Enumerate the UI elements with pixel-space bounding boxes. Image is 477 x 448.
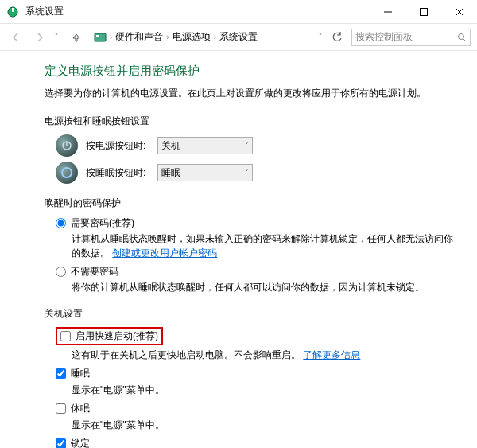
row-power-button: 按电源按钮时: 关机 ˅ [56,134,458,157]
checkbox-sleep-label: 睡眠 [71,367,90,380]
chevron-down-icon: ˅ [245,169,249,177]
power-button-label: 按电源按钮时: [86,139,157,153]
checkbox-sleep-input[interactable] [56,368,66,379]
checkbox-sleep[interactable]: 睡眠 [56,367,458,380]
breadcrumb[interactable]: › 硬件和声音 › 电源选项 › 系统设置 [91,30,313,44]
minimize-button[interactable] [370,0,405,24]
create-password-link[interactable]: 创建或更改用户帐户密码 [112,247,217,259]
sleep-button-value: 睡眠 [161,166,180,180]
sleep-button-icon [56,162,78,184]
fast-startup-desc: 这有助于在关机之后更快地启动电脑。不会影响重启。 了解更多信息 [72,349,458,362]
power-button-value: 关机 [161,139,180,153]
section-shutdown: 关机设置 [45,307,458,321]
section-wakeup: 唤醒时的密码保护 [45,197,458,210]
checkbox-lock-input[interactable] [56,438,66,448]
power-options-icon [6,6,19,18]
sleep-desc: 显示在"电源"菜单中。 [72,384,458,397]
checkbox-hibernate-input[interactable] [56,403,66,414]
radio-no-password[interactable]: 不需要密码 [56,265,458,279]
require-password-desc: 计算机从睡眠状态唤醒时，如果未输入正确的密码来解除计算机锁定，任何人都无法访问你… [72,232,458,260]
wakeup-radio-group: 需要密码(推荐) 计算机从睡眠状态唤醒时，如果未输入正确的密码来解除计算机锁定，… [56,216,458,294]
chevron-right-icon: › [110,33,112,41]
radio-require-password-label: 需要密码(推荐) [71,216,134,230]
up-button[interactable] [67,28,86,47]
back-button[interactable] [6,28,25,47]
refresh-button[interactable] [328,28,347,47]
shutdown-settings: 启用快速启动(推荐) 这有助于在关机之后更快地启动电脑。不会影响重启。 了解更多… [56,327,458,448]
maximize-button[interactable] [405,0,441,24]
power-button-select[interactable]: 关机 ˅ [157,137,253,154]
checkbox-fast-startup-label: 启用快速启动(推荐) [76,329,158,343]
control-panel-icon [94,31,107,44]
navbar: ˅ › 硬件和声音 › 电源选项 › 系统设置 ˅ 搜索控制面板 [0,24,477,51]
sleep-button-label: 按睡眠按钮时: [86,166,157,180]
chevron-down-icon: ˅ [245,142,249,150]
sleep-button-select[interactable]: 睡眠 ˅ [157,164,253,181]
svg-line-9 [463,39,466,41]
chevron-right-icon: › [166,33,169,41]
learn-more-link[interactable]: 了解更多信息 [303,349,360,360]
breadcrumb-hardware[interactable]: 硬件和声音 [115,30,163,44]
checkbox-fast-startup[interactable]: 启用快速启动(推荐) [56,327,458,345]
svg-rect-6 [95,33,106,41]
page-heading: 定义电源按钮并启用密码保护 [45,64,458,79]
close-button[interactable] [441,0,477,24]
svg-point-8 [459,33,464,39]
search-placeholder: 搜索控制面板 [355,30,457,44]
highlight-box: 启用快速启动(推荐) [56,327,163,345]
power-button-icon [56,134,78,157]
breadcrumb-current: 系统设置 [219,30,258,44]
svg-rect-3 [420,8,427,15]
checkbox-fast-startup-input[interactable] [60,331,71,341]
svg-rect-1 [12,8,14,12]
radio-require-password[interactable]: 需要密码(推荐) [56,216,458,230]
radio-require-password-input[interactable] [56,218,66,228]
search-icon [457,33,467,42]
window-title: 系统设置 [24,5,370,18]
checkbox-hibernate-label: 休眠 [71,402,90,415]
checkbox-lock[interactable]: 锁定 [56,437,458,448]
search-input[interactable]: 搜索控制面板 [351,29,471,46]
path-dropdown[interactable]: ˅ [318,32,326,43]
svg-rect-7 [96,35,99,37]
checkbox-hibernate[interactable]: 休眠 [56,402,458,415]
forward-button[interactable] [30,28,49,47]
section-button-settings: 电源按钮和睡眠按钮设置 [45,115,458,128]
radio-no-password-label: 不需要密码 [71,265,118,279]
history-dropdown[interactable]: ˅ [54,32,62,43]
row-sleep-button: 按睡眠按钮时: 睡眠 ˅ [56,162,458,184]
chevron-right-icon: › [214,33,216,41]
content-area: 定义电源按钮并启用密码保护 选择要为你的计算机的电源设置。在此页上对设置所做的更… [0,51,477,448]
hibernate-desc: 显示在"电源"菜单中。 [72,419,458,432]
no-password-desc: 将你的计算机从睡眠状态唤醒时，任何人都可以访问你的数据，因为计算机未锁定。 [72,280,458,294]
breadcrumb-power[interactable]: 电源选项 [173,30,211,44]
radio-no-password-input[interactable] [56,267,66,277]
page-intro: 选择要为你的计算机的电源设置。在此页上对设置所做的更改将应用于你所有的电源计划。 [45,87,458,100]
titlebar: 系统设置 [0,0,477,24]
checkbox-lock-label: 锁定 [71,437,90,448]
